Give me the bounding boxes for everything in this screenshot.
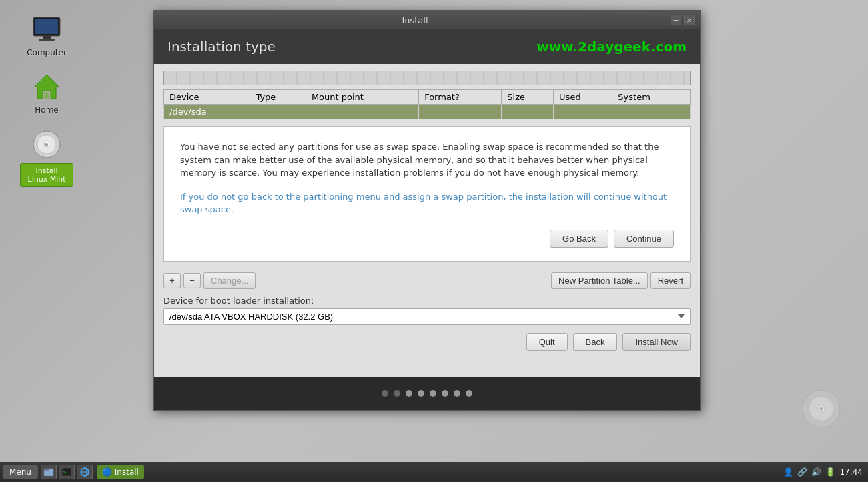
taskbar-clock: 17:44 — [839, 467, 863, 477]
dialog-secondary-text: If you do not go back to the partitionin… — [180, 190, 674, 216]
partition-controls: + − Change... New Partition Table... Rev… — [163, 272, 691, 289]
new-partition-table-button[interactable]: New Partition Table... — [551, 272, 648, 289]
installation-type-title: Installation type — [167, 39, 276, 55]
footer-dot-6 — [442, 390, 448, 397]
dialog-buttons: Go Back Continue — [180, 230, 674, 248]
taskbar: Menu >_ — [0, 462, 868, 482]
svg-rect-5 — [44, 92, 49, 99]
home-icon-label: Home — [35, 105, 58, 115]
person-icon: 👤 — [783, 467, 793, 477]
svg-text:>_: >_ — [63, 470, 69, 475]
footer-dot-7 — [454, 390, 460, 397]
network-icon: 🔗 — [797, 467, 807, 477]
partition-table: Device Type Mount point Format? Size Use… — [163, 89, 691, 119]
change-partition-button[interactable]: Change... — [203, 272, 256, 289]
svg-point-9 — [45, 143, 48, 146]
disc-icon — [31, 128, 63, 160]
window-title: Install — [159, 15, 671, 25]
add-partition-button[interactable]: + — [163, 273, 181, 288]
desktop-icons: Computer Home Install Linu — [20, 13, 73, 187]
svg-rect-3 — [39, 39, 55, 41]
bootloader-section: Device for boot loader installation: /de… — [163, 296, 691, 325]
footer-dot-4 — [418, 390, 424, 397]
row-mountpoint — [306, 105, 418, 119]
footer-dot-8 — [466, 390, 472, 397]
col-mountpoint: Mount point — [306, 90, 418, 105]
dialog-main-text: You have not selected any partitions for… — [180, 140, 674, 180]
window-header: Installation type www.2daygeek.com — [154, 29, 700, 64]
desktop: Computer Home Install Linu — [0, 0, 868, 482]
col-used: Used — [554, 90, 612, 105]
col-type: Type — [250, 90, 306, 105]
row-device: /dev/sda — [164, 105, 250, 119]
footer-dot-5 — [430, 390, 436, 397]
col-format: Format? — [419, 90, 502, 105]
desktop-icon-install-mint[interactable]: Install Linux Mint — [20, 128, 73, 187]
cd-decoration — [801, 389, 841, 429]
taskbar-active-label: Install — [115, 467, 139, 477]
taskbar-apps: >_ — [41, 465, 93, 479]
row-format — [419, 105, 502, 119]
partition-table-container: Device Type Mount point Format? Size Use… — [163, 89, 691, 119]
window-footer — [154, 377, 700, 410]
taskbar-menu-button[interactable]: Menu — [3, 465, 38, 479]
taskbar-active-icon: 🔵 — [102, 467, 115, 477]
col-device: Device — [164, 90, 250, 105]
table-row[interactable]: /dev/sda — [164, 105, 691, 119]
back-button[interactable]: Back — [573, 333, 618, 351]
action-buttons: Quit Back Install Now — [163, 333, 691, 351]
revert-button[interactable]: Revert — [650, 272, 691, 289]
window-controls: − × — [671, 15, 695, 25]
svg-rect-2 — [43, 36, 51, 39]
taskbar-filemanager-button[interactable] — [41, 465, 57, 479]
partition-bar — [163, 71, 691, 85]
bootloader-select[interactable]: /dev/sda ATA VBOX HARDDISK (32.2 GB) — [163, 308, 691, 325]
close-button[interactable]: × — [684, 15, 695, 25]
computer-icon-label: Computer — [27, 48, 67, 57]
install-mint-button[interactable]: Install Linux Mint — [20, 163, 73, 187]
col-size: Size — [502, 90, 554, 105]
window-content: Device Type Mount point Format? Size Use… — [154, 64, 700, 377]
desktop-icon-computer[interactable]: Computer — [20, 13, 73, 57]
desktop-icon-home[interactable]: Home — [20, 71, 73, 115]
battery-icon: 🔋 — [825, 467, 835, 477]
install-window: Install − × Installation type www.2dayge… — [153, 10, 701, 411]
footer-dot-2 — [394, 390, 400, 397]
svg-rect-15 — [44, 469, 49, 471]
continue-button[interactable]: Continue — [614, 230, 674, 248]
taskbar-right: 👤 🔗 🔊 🔋 17:44 — [783, 467, 865, 477]
row-size — [502, 105, 554, 119]
row-used — [554, 105, 612, 119]
bootloader-label: Device for boot loader installation: — [163, 296, 691, 306]
remove-partition-button[interactable]: − — [183, 273, 201, 288]
quit-button[interactable]: Quit — [526, 333, 568, 351]
volume-icon: 🔊 — [811, 467, 821, 477]
window-titlebar: Install − × — [154, 11, 700, 29]
svg-rect-1 — [35, 19, 58, 34]
taskbar-terminal-button[interactable]: >_ — [59, 465, 75, 479]
row-type — [250, 105, 306, 119]
footer-dot-1 — [382, 390, 388, 397]
home-icon — [31, 71, 63, 103]
taskbar-browser-button[interactable] — [77, 465, 93, 479]
go-back-button[interactable]: Go Back — [550, 230, 608, 248]
taskbar-active-install[interactable]: 🔵 Install — [97, 465, 144, 479]
row-system — [612, 105, 691, 119]
footer-dot-3 — [406, 390, 412, 397]
minimize-button[interactable]: − — [671, 15, 681, 25]
website-url: www.2daygeek.com — [536, 39, 687, 55]
swap-dialog: You have not selected any partitions for… — [163, 126, 691, 262]
col-system: System — [612, 90, 691, 105]
computer-icon — [31, 13, 63, 45]
install-now-button[interactable]: Install Now — [622, 333, 691, 351]
svg-point-13 — [820, 407, 823, 411]
